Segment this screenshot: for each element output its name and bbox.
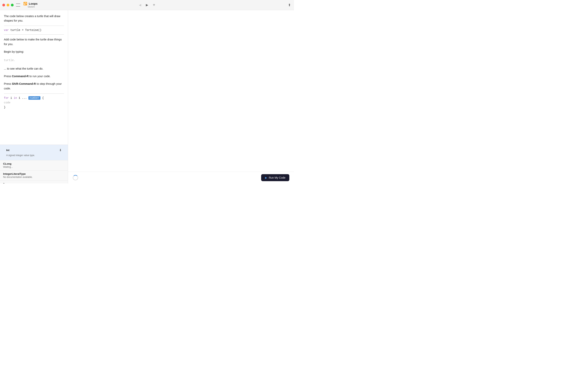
press-suffix-1: to run your code.	[29, 75, 50, 78]
for-loop-block: for i in 1 ... number { code }	[4, 96, 64, 109]
turtle-dot-line: turtle.	[4, 59, 64, 62]
run-button[interactable]: ▶ Run My Code	[261, 174, 289, 181]
add-button[interactable]: +	[151, 2, 157, 8]
autocomplete-item-0[interactable]: Int ⬇ A signed integer value type.	[0, 145, 68, 160]
app-title: 🔁 Loops	[23, 2, 38, 5]
divider-2	[4, 34, 64, 35]
code-assign: turtle = Tortoise()	[9, 29, 42, 32]
run-label: Run My Code	[269, 176, 286, 179]
intro-text: The code below creates a turtle that wil…	[4, 14, 64, 23]
for-line: for i in 1 ... number {	[4, 96, 64, 100]
nav-buttons: ◀ ▶ +	[137, 2, 157, 8]
nav-forward-button[interactable]: ▶	[144, 2, 150, 8]
autocomplete-panel: Int ⬇ A signed integer value type. CLong…	[0, 145, 68, 184]
brace-close: }	[4, 106, 5, 109]
autocomplete-item-2[interactable]: IntegerLiteralType No documentation avai…	[0, 170, 68, 181]
i-text: i	[9, 96, 14, 100]
play-icon: ▶	[265, 176, 267, 179]
cmd-r-bold: Command-R	[12, 75, 29, 78]
maximize-button[interactable]	[11, 4, 14, 6]
autocomplete-dismiss-button[interactable]: ⬇	[59, 148, 62, 152]
brace-close-line: }	[4, 106, 64, 109]
shift-cmd-r-bold: Shift-Command-R	[12, 82, 36, 85]
see-what-text: ... to see what the turtle can do.	[4, 67, 64, 71]
turtle-dot: turtle.	[4, 59, 15, 62]
autocomplete-name-1: CLong	[3, 162, 65, 165]
for-keyword: for	[4, 96, 9, 100]
app-icon: 🔁	[23, 2, 27, 5]
loading-spinner	[73, 175, 78, 180]
app-name-label: Loops	[29, 2, 38, 5]
code-placeholder: code	[4, 101, 10, 104]
divider-1	[4, 26, 64, 26]
titlebar: 🔁 Loops Sketch ◀ ▶ + ⬆	[0, 0, 294, 10]
press-cmd-r-text: Press Command-R to run your code.	[4, 74, 64, 79]
autocomplete-desc-2: No documentation available.	[3, 176, 65, 178]
var-keyword: var	[4, 29, 9, 32]
autocomplete-header-0: Int ⬇	[3, 147, 65, 154]
code-line-1: var turtle = Tortoise()	[4, 29, 64, 32]
autocomplete-name-3: 0	[3, 183, 65, 184]
editor-area[interactable]: The code below creates a turtle that wil…	[0, 10, 68, 145]
autocomplete-item-1[interactable]: CLong Waiting...	[0, 160, 68, 170]
minimize-button[interactable]	[7, 4, 9, 6]
brace-open: {	[41, 96, 44, 100]
press-shift-text: Press Shift-Command-R to step through yo…	[4, 82, 64, 91]
press-prefix-2: Press	[4, 82, 12, 85]
main-container: The code below creates a turtle that wil…	[0, 10, 294, 184]
left-panel: The code below creates a turtle that wil…	[0, 10, 68, 184]
share-button[interactable]: ⬆	[288, 3, 291, 7]
subtitle-label: Sketch	[28, 5, 35, 8]
begin-text: Begin by typing:	[4, 50, 64, 54]
traffic-lights	[2, 4, 14, 6]
close-button[interactable]	[2, 4, 5, 6]
autocomplete-name-2: IntegerLiteralType	[3, 172, 65, 175]
press-prefix-1: Press	[4, 75, 12, 78]
sidebar-toggle-button[interactable]	[16, 3, 20, 7]
bottom-bar: ▶ Run My Code	[68, 172, 294, 184]
autocomplete-item-3[interactable]: 0 No documentation available.	[0, 181, 68, 184]
autocomplete-name-0: Int	[6, 149, 9, 152]
autocomplete-desc-0: A signed integer value type.	[3, 154, 65, 158]
code-placeholder-line: code	[4, 101, 64, 104]
in-keyword: in	[14, 96, 17, 100]
nav-back-button[interactable]: ◀	[137, 2, 143, 8]
status-indicator	[73, 175, 78, 180]
divider-3	[4, 93, 64, 94]
right-panel: ▶ Run My Code	[68, 10, 294, 184]
canvas-area	[68, 10, 294, 184]
range-text: 1 ...	[17, 96, 28, 100]
title-area: 🔁 Loops Sketch	[23, 2, 38, 8]
add-code-text: Add code below to make the turtle draw t…	[4, 37, 64, 46]
autocomplete-desc-1: Waiting...	[3, 166, 65, 168]
number-highlight: number	[28, 96, 41, 100]
